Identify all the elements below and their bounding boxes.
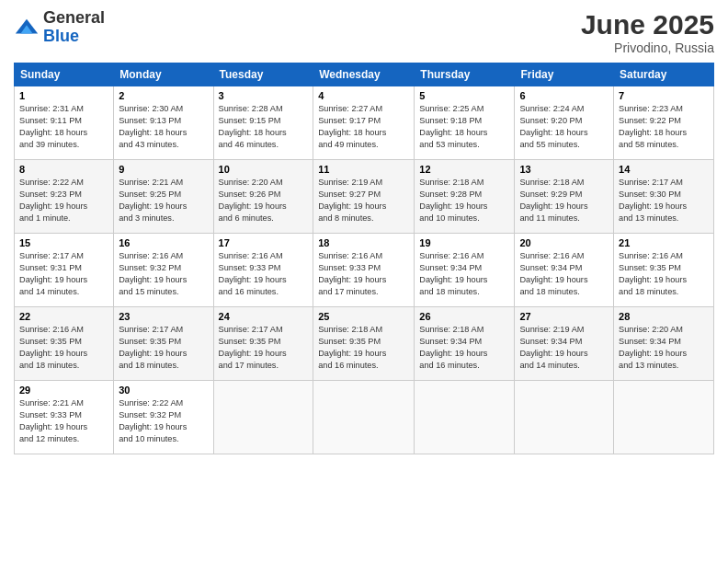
day-info: Sunrise: 2:17 AMSunset: 9:35 PMDaylight:… (219, 324, 309, 372)
calendar-cell: 17Sunrise: 2:16 AMSunset: 9:33 PMDayligh… (213, 234, 313, 307)
day-number: 3 (219, 90, 309, 101)
day-number: 26 (419, 311, 509, 322)
day-number: 15 (19, 237, 108, 248)
day-number: 21 (619, 237, 709, 248)
day-info: Sunrise: 2:27 AMSunset: 9:17 PMDaylight:… (318, 103, 409, 151)
day-number: 25 (318, 311, 409, 322)
day-number: 19 (419, 237, 509, 248)
page-header: General Blue June 2025 Privodino, Russia (14, 9, 714, 55)
logo-blue-text: Blue (43, 27, 79, 45)
day-info: Sunrise: 2:17 AMSunset: 9:35 PMDaylight:… (119, 324, 208, 372)
day-number: 16 (119, 237, 208, 248)
calendar-cell: 19Sunrise: 2:16 AMSunset: 9:34 PMDayligh… (415, 234, 515, 307)
calendar-table: Sunday Monday Tuesday Wednesday Thursday… (14, 63, 714, 454)
calendar-cell (415, 381, 515, 454)
day-number: 24 (219, 311, 309, 322)
calendar-cell: 10Sunrise: 2:20 AMSunset: 9:26 PMDayligh… (213, 160, 313, 234)
calendar-week-row: 1Sunrise: 2:31 AMSunset: 9:11 PMDaylight… (15, 86, 714, 160)
day-info: Sunrise: 2:22 AMSunset: 9:23 PMDaylight:… (19, 177, 108, 224)
calendar-week-row: 8Sunrise: 2:22 AMSunset: 9:23 PMDaylight… (15, 160, 714, 234)
calendar-cell: 20Sunrise: 2:16 AMSunset: 9:34 PMDayligh… (515, 234, 614, 307)
calendar-cell: 11Sunrise: 2:19 AMSunset: 9:27 PMDayligh… (313, 160, 415, 234)
calendar-cell: 9Sunrise: 2:21 AMSunset: 9:25 PMDaylight… (114, 160, 213, 234)
calendar-week-row: 15Sunrise: 2:17 AMSunset: 9:31 PMDayligh… (15, 234, 714, 307)
day-number: 2 (119, 90, 208, 101)
day-info: Sunrise: 2:16 AMSunset: 9:35 PMDaylight:… (19, 324, 108, 372)
day-info: Sunrise: 2:18 AMSunset: 9:35 PMDaylight:… (318, 324, 409, 372)
calendar-cell: 24Sunrise: 2:17 AMSunset: 9:35 PMDayligh… (213, 307, 313, 381)
calendar-cell: 7Sunrise: 2:23 AMSunset: 9:22 PMDaylight… (614, 86, 714, 160)
col-friday: Friday (515, 63, 614, 86)
col-monday: Monday (114, 63, 213, 86)
day-info: Sunrise: 2:16 AMSunset: 9:33 PMDaylight:… (219, 250, 309, 298)
calendar-cell: 15Sunrise: 2:17 AMSunset: 9:31 PMDayligh… (15, 234, 114, 307)
month-year-title: June 2025 (581, 9, 714, 40)
calendar-cell: 2Sunrise: 2:30 AMSunset: 9:13 PMDaylight… (114, 86, 213, 160)
day-info: Sunrise: 2:21 AMSunset: 9:25 PMDaylight:… (119, 177, 208, 224)
day-number: 7 (619, 90, 709, 101)
logo: General Blue (14, 9, 105, 46)
calendar-cell (213, 381, 313, 454)
day-info: Sunrise: 2:22 AMSunset: 9:32 PMDaylight:… (119, 397, 208, 445)
day-info: Sunrise: 2:19 AMSunset: 9:34 PMDaylight:… (519, 324, 609, 372)
calendar-cell: 23Sunrise: 2:17 AMSunset: 9:35 PMDayligh… (114, 307, 213, 381)
calendar-cell: 22Sunrise: 2:16 AMSunset: 9:35 PMDayligh… (15, 307, 114, 381)
calendar-cell (313, 381, 415, 454)
calendar-cell: 3Sunrise: 2:28 AMSunset: 9:15 PMDaylight… (213, 86, 313, 160)
day-number: 20 (519, 237, 609, 248)
calendar-cell: 29Sunrise: 2:21 AMSunset: 9:33 PMDayligh… (15, 381, 114, 454)
day-number: 18 (318, 237, 409, 248)
day-info: Sunrise: 2:24 AMSunset: 9:20 PMDaylight:… (519, 103, 609, 151)
day-number: 11 (318, 164, 409, 175)
day-info: Sunrise: 2:16 AMSunset: 9:34 PMDaylight:… (419, 250, 509, 298)
day-number: 23 (119, 311, 208, 322)
day-number: 14 (619, 164, 709, 175)
day-number: 22 (19, 311, 108, 322)
col-saturday: Saturday (614, 63, 714, 86)
location-subtitle: Privodino, Russia (581, 40, 714, 55)
calendar-cell: 27Sunrise: 2:19 AMSunset: 9:34 PMDayligh… (515, 307, 614, 381)
day-number: 6 (519, 90, 609, 101)
col-tuesday: Tuesday (213, 63, 313, 86)
calendar-cell (614, 381, 714, 454)
calendar-cell: 21Sunrise: 2:16 AMSunset: 9:35 PMDayligh… (614, 234, 714, 307)
day-number: 17 (219, 237, 309, 248)
day-info: Sunrise: 2:16 AMSunset: 9:32 PMDaylight:… (119, 250, 208, 298)
day-number: 4 (318, 90, 409, 101)
day-info: Sunrise: 2:18 AMSunset: 9:34 PMDaylight:… (419, 324, 509, 372)
day-info: Sunrise: 2:17 AMSunset: 9:30 PMDaylight:… (619, 177, 709, 224)
day-number: 27 (519, 311, 609, 322)
calendar-cell: 30Sunrise: 2:22 AMSunset: 9:32 PMDayligh… (114, 381, 213, 454)
day-number: 5 (419, 90, 509, 101)
day-info: Sunrise: 2:25 AMSunset: 9:18 PMDaylight:… (419, 103, 509, 151)
day-number: 1 (19, 90, 108, 101)
day-info: Sunrise: 2:28 AMSunset: 9:15 PMDaylight:… (219, 103, 309, 151)
calendar-cell: 13Sunrise: 2:18 AMSunset: 9:29 PMDayligh… (515, 160, 614, 234)
calendar-cell: 4Sunrise: 2:27 AMSunset: 9:17 PMDaylight… (313, 86, 415, 160)
day-number: 8 (19, 164, 108, 175)
day-number: 13 (519, 164, 609, 175)
day-number: 9 (119, 164, 208, 175)
calendar-cell: 8Sunrise: 2:22 AMSunset: 9:23 PMDaylight… (15, 160, 114, 234)
day-info: Sunrise: 2:18 AMSunset: 9:29 PMDaylight:… (519, 177, 609, 224)
day-info: Sunrise: 2:16 AMSunset: 9:35 PMDaylight:… (619, 250, 709, 298)
calendar-cell: 1Sunrise: 2:31 AMSunset: 9:11 PMDaylight… (15, 86, 114, 160)
calendar-cell: 25Sunrise: 2:18 AMSunset: 9:35 PMDayligh… (313, 307, 415, 381)
day-info: Sunrise: 2:30 AMSunset: 9:13 PMDaylight:… (119, 103, 208, 151)
day-info: Sunrise: 2:17 AMSunset: 9:31 PMDaylight:… (19, 250, 108, 298)
calendar-cell: 14Sunrise: 2:17 AMSunset: 9:30 PMDayligh… (614, 160, 714, 234)
calendar-week-row: 29Sunrise: 2:21 AMSunset: 9:33 PMDayligh… (15, 381, 714, 454)
calendar-cell: 26Sunrise: 2:18 AMSunset: 9:34 PMDayligh… (415, 307, 515, 381)
day-info: Sunrise: 2:16 AMSunset: 9:34 PMDaylight:… (519, 250, 609, 298)
calendar-cell: 6Sunrise: 2:24 AMSunset: 9:20 PMDaylight… (515, 86, 614, 160)
calendar-cell: 16Sunrise: 2:16 AMSunset: 9:32 PMDayligh… (114, 234, 213, 307)
calendar-header-row: Sunday Monday Tuesday Wednesday Thursday… (15, 63, 714, 86)
day-info: Sunrise: 2:19 AMSunset: 9:27 PMDaylight:… (318, 177, 409, 224)
logo-icon (14, 15, 40, 40)
day-number: 29 (19, 385, 108, 396)
col-thursday: Thursday (415, 63, 515, 86)
day-number: 28 (619, 311, 709, 322)
calendar-week-row: 22Sunrise: 2:16 AMSunset: 9:35 PMDayligh… (15, 307, 714, 381)
calendar-cell (515, 381, 614, 454)
title-block: June 2025 Privodino, Russia (581, 9, 714, 55)
